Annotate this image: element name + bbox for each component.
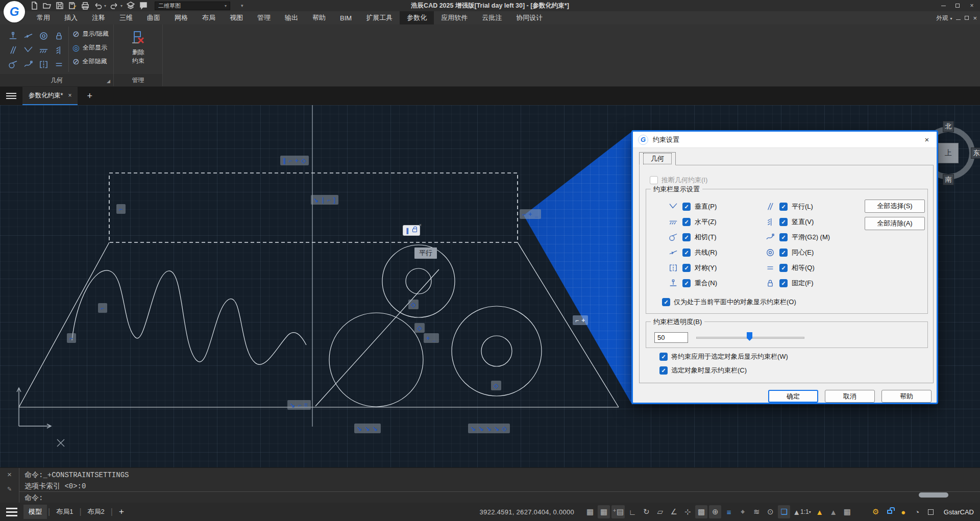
constraint-badge[interactable]: ◇ — [408, 300, 419, 309]
collinear-constraint-button[interactable] — [20, 29, 36, 43]
select-all-button[interactable]: 全部选择(S) — [865, 200, 925, 213]
tab-charu[interactable]: 插入 — [57, 11, 85, 24]
constraint-badge[interactable]: ↘ ↘ ↘ — [354, 424, 381, 433]
constraint-badge[interactable]: ↘ ↘ ↘ ↘ ◇ — [468, 424, 510, 433]
comment-icon[interactable] — [139, 1, 148, 10]
clean-screen-icon[interactable] — [925, 505, 937, 518]
tab-shuchu[interactable]: 输出 — [278, 11, 305, 24]
tab-zhushi[interactable]: 注释 — [85, 11, 112, 24]
menu-hamburger-icon[interactable] — [0, 93, 22, 99]
snap-mode-icon[interactable]: ⁺▤ — [611, 505, 625, 518]
redo-icon[interactable] — [110, 1, 119, 10]
parallel-checkbox[interactable] — [779, 203, 788, 211]
selection-cycling-icon[interactable]: ⌖ — [737, 505, 749, 518]
coincident-checkbox[interactable] — [682, 279, 691, 287]
show-on-select-checkbox[interactable]: 选定对象时显示约束栏(C) — [659, 366, 747, 375]
dialog-close-icon[interactable]: × — [922, 135, 932, 144]
compass-north-label[interactable]: 北 — [943, 121, 954, 132]
workspace-select[interactable]: 二维草图 ▾ — [155, 2, 230, 10]
fixed-constraint-button[interactable] — [51, 29, 66, 43]
dynamic-ucs-icon[interactable]: ▱ — [654, 505, 666, 518]
help-button[interactable]: 帮助 — [881, 390, 932, 403]
current-plane-checkbox[interactable]: 仅为处于当前平面中的对象显示约束栏(O) — [662, 297, 796, 307]
tab-guanli[interactable]: 管理 — [250, 11, 278, 24]
tab-qumian[interactable]: 曲面 — [140, 11, 167, 24]
settings-gear-icon[interactable]: ⚙ — [870, 505, 882, 518]
constraint-badge[interactable]: ⌐ — [67, 333, 76, 343]
badge-close-icon[interactable]: × — [419, 222, 422, 228]
vertical-constraint-button[interactable] — [51, 43, 66, 57]
coincident-constraint-button[interactable] — [5, 29, 20, 43]
save-as-icon[interactable] — [68, 1, 77, 10]
fixed-checkbox[interactable] — [779, 279, 788, 287]
smooth-constraint-button[interactable] — [20, 57, 36, 71]
infer-constraints-checkbox[interactable]: 推断几何约束(I) — [650, 176, 707, 185]
transparency-input[interactable] — [654, 332, 688, 343]
appearance-dropdown[interactable]: 外观 ▾ — [936, 14, 952, 22]
checkbox-icon[interactable] — [662, 298, 670, 306]
open-folder-icon[interactable] — [42, 1, 52, 10]
constraint-badge[interactable]: ⌐ + _ — [520, 209, 541, 219]
tab-canshuhua[interactable]: 参数化 — [400, 11, 434, 24]
checkbox-icon[interactable] — [659, 353, 668, 361]
grid-display-icon[interactable]: ▦ — [584, 505, 596, 518]
dynamic-input-icon[interactable]: ⊕ — [709, 505, 721, 518]
tab-geometry[interactable]: 几何 — [639, 152, 676, 165]
equal-constraint-button[interactable] — [51, 57, 66, 71]
layout-menu-icon[interactable] — [0, 508, 23, 516]
constraint-badge-selected[interactable]: ∥ × — [403, 226, 420, 235]
tab-xietong[interactable]: 协同设计 — [509, 11, 550, 24]
constraint-badge[interactable]: ⌐ — [98, 303, 107, 313]
dialog-launcher-icon[interactable]: ◢ — [107, 79, 110, 84]
dual-monitor-icon[interactable]: ❏ — [778, 505, 790, 518]
hatch-display-icon[interactable]: ▩ — [695, 505, 707, 518]
object-snap-icon[interactable]: ⊹ — [681, 505, 694, 518]
isolate-objects-icon[interactable]: ≋ — [750, 505, 763, 518]
tab-buju[interactable]: 布局 — [195, 11, 223, 24]
cancel-button[interactable]: 取消 — [825, 390, 875, 403]
constraint-badge[interactable]: ⌐ + — [573, 315, 588, 325]
parallel-constraint-button[interactable] — [5, 43, 20, 57]
doc-minimize-button[interactable] — [956, 14, 961, 21]
command-prompt-row[interactable]: 命令: — [19, 491, 980, 503]
maximize-button[interactable] — [951, 1, 964, 10]
minimize-button[interactable] — [937, 1, 949, 10]
tab-sanwei[interactable]: 三维 — [112, 11, 140, 24]
clear-all-button[interactable]: 全部清除(A) — [865, 217, 925, 230]
plot-icon[interactable] — [81, 1, 90, 10]
tangent-constraint-button[interactable] — [5, 57, 20, 71]
constraint-badge[interactable]: ◇ — [491, 381, 501, 390]
hardware-accel-bulb-icon[interactable]: ● — [897, 505, 910, 518]
annotation-visibility-icon[interactable]: ▲ — [814, 505, 826, 518]
document-tab[interactable]: 参数化约束* × — [22, 87, 78, 105]
constraint-badge[interactable]: ↘ ∣ ⌐ ] — [311, 195, 338, 205]
tab-wangge[interactable]: 网格 — [167, 11, 195, 24]
undo-dropdown-icon[interactable]: ▾ — [104, 4, 106, 8]
delete-constraint-button[interactable]: 删除 约束 — [120, 28, 156, 75]
annotation-scale-icon[interactable]: ▲ 1:1 ▾ — [792, 505, 812, 518]
layout-tab-model[interactable]: 模型 — [23, 505, 47, 519]
show-all-button[interactable]: ◎全部显示 — [72, 41, 107, 54]
vertical-checkbox[interactable] — [779, 218, 788, 226]
constraint-badge[interactable]: ∥ ⌐ + ◇ — [280, 156, 309, 165]
annotation-autoscale-icon[interactable]: ▲ — [827, 505, 840, 518]
equal-checkbox[interactable] — [779, 264, 788, 272]
tangent-checkbox[interactable] — [682, 233, 691, 241]
table-grid-icon[interactable]: ▦ — [841, 505, 853, 518]
new-layout-button[interactable]: + — [119, 507, 124, 517]
concentric-checkbox[interactable] — [779, 249, 788, 257]
lineweight-display-icon[interactable]: ≡ — [723, 505, 735, 518]
checkbox-icon[interactable] — [650, 176, 658, 184]
horizontal-constraint-button[interactable] — [36, 43, 51, 57]
tab-changyong[interactable]: 常用 — [30, 11, 57, 24]
app-logo-icon[interactable]: G — [4, 1, 25, 22]
tab-shitu[interactable]: 视图 — [223, 11, 250, 24]
ui-lock-icon[interactable] — [884, 505, 896, 518]
compass-south-label[interactable]: 南 — [943, 174, 954, 185]
constraint-badge[interactable]: ◇ — [414, 323, 425, 333]
tab-yunpizhu[interactable]: 云批注 — [475, 11, 509, 24]
zoom-preview-icon[interactable]: ⊙ — [764, 505, 776, 518]
layers-icon[interactable] — [126, 1, 135, 10]
horizontal-checkbox[interactable] — [682, 218, 691, 226]
angle-snap-icon[interactable]: ∠ — [668, 505, 680, 518]
